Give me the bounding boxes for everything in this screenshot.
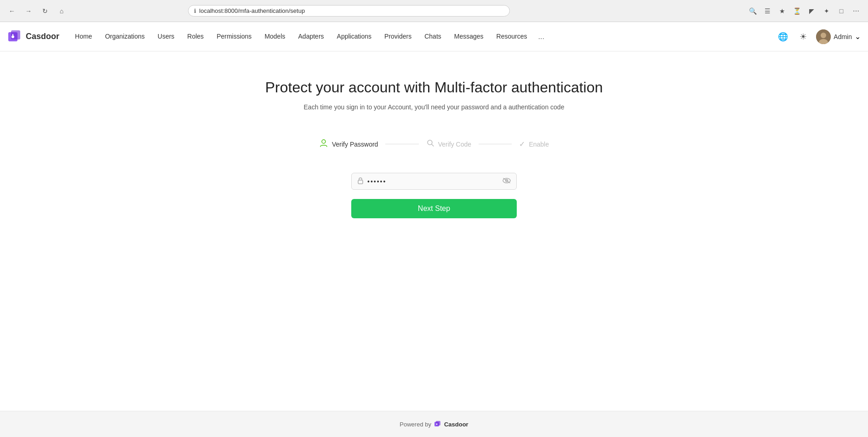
browser-chrome: ← → ↻ ⌂ ℹ localhost:8000/mfa-authenticat… — [0, 0, 868, 22]
nav-adapters[interactable]: Adapters — [292, 22, 331, 51]
step-verify-password: Verify Password — [319, 138, 378, 150]
footer-brand-text: Casdoor — [444, 421, 468, 428]
app-logo[interactable]: Casdoor — [7, 29, 59, 44]
nav-roles[interactable]: Roles — [181, 22, 210, 51]
nav-users[interactable]: Users — [151, 22, 181, 51]
nav-home[interactable]: Home — [69, 22, 98, 51]
verify-password-icon — [319, 138, 328, 150]
timer-btn[interactable]: ⏳ — [791, 5, 804, 17]
url-text: localhost:8000/mfa-authentication/setup — [199, 7, 305, 14]
read-mode-btn[interactable]: ☰ — [761, 5, 774, 17]
split-btn[interactable]: ◤ — [805, 5, 818, 17]
forward-button[interactable]: → — [22, 5, 35, 17]
back-button[interactable]: ← — [6, 5, 18, 17]
nav-more[interactable]: ... — [534, 22, 549, 51]
enable-icon: ✓ — [519, 140, 525, 148]
step-enable: ✓ Enable — [519, 140, 549, 148]
favorites-btn[interactable]: ★ — [776, 5, 789, 17]
nav-organizations[interactable]: Organizations — [98, 22, 151, 51]
footer-logo-icon — [434, 420, 441, 428]
password-input[interactable] — [367, 178, 499, 185]
more-btn[interactable]: ⋯ — [850, 5, 862, 17]
step-divider-2 — [479, 144, 512, 144]
step-divider-1 — [385, 144, 418, 144]
svg-point-15 — [436, 424, 437, 425]
info-icon: ℹ — [194, 8, 196, 14]
eye-icon[interactable] — [503, 177, 511, 185]
page-subtitle: Each time you sign in to your Account, y… — [304, 103, 565, 111]
language-btn[interactable]: 🌐 — [776, 29, 790, 44]
star-btn[interactable]: ✦ — [820, 5, 833, 17]
step-enable-label: Enable — [529, 141, 549, 148]
step-verify-password-label: Verify Password — [332, 141, 378, 148]
svg-line-8 — [432, 144, 434, 146]
refresh-button[interactable]: ↻ — [39, 5, 51, 17]
ext-btn[interactable]: □ — [835, 5, 848, 17]
nav-right: 🌐 ☀ Admin ⌄ — [776, 29, 861, 44]
nav-permissions[interactable]: Permissions — [210, 22, 258, 51]
password-input-wrapper — [351, 173, 517, 190]
theme-btn[interactable]: ☀ — [796, 29, 811, 44]
svg-rect-14 — [436, 421, 440, 426]
svg-point-6 — [322, 140, 326, 143]
user-avatar — [816, 29, 831, 44]
page-title: Protect your account with Multi-factor a… — [265, 79, 603, 96]
address-bar[interactable]: ℹ localhost:8000/mfa-authentication/setu… — [188, 5, 510, 17]
nav-providers[interactable]: Providers — [378, 22, 418, 51]
powered-by-text: Powered by — [400, 421, 431, 428]
svg-point-4 — [821, 33, 826, 38]
search-toolbar-btn[interactable]: 🔍 — [747, 5, 760, 17]
nav-messages[interactable]: Messages — [448, 22, 490, 51]
user-info[interactable]: Admin ⌄ — [816, 29, 861, 44]
verify-code-icon — [426, 139, 434, 149]
footer: Powered by Casdoor — [0, 411, 868, 437]
user-dropdown-icon: ⌄ — [855, 32, 861, 41]
nav-models[interactable]: Models — [258, 22, 291, 51]
form-container: Next Step — [351, 173, 517, 218]
steps-container: Verify Password Verify Code ✓ Enable — [319, 138, 549, 150]
svg-rect-9 — [358, 180, 363, 184]
main-content: Protect your account with Multi-factor a… — [0, 51, 868, 411]
step-verify-code-label: Verify Code — [438, 141, 471, 148]
nav-applications[interactable]: Applications — [331, 22, 378, 51]
logo-text: Casdoor — [26, 32, 59, 41]
user-name: Admin — [834, 33, 852, 40]
nav-chats[interactable]: Chats — [418, 22, 448, 51]
casdoor-logo-icon — [7, 29, 22, 44]
nav-items: Home Organizations Users Roles Permissio… — [69, 22, 776, 51]
svg-point-2 — [11, 35, 14, 38]
app-nav: Casdoor Home Organizations Users Roles P… — [0, 22, 868, 51]
browser-toolbar-right: 🔍 ☰ ★ ⏳ ◤ ✦ □ ⋯ — [747, 5, 862, 17]
nav-resources[interactable]: Resources — [490, 22, 534, 51]
next-step-button[interactable]: Next Step — [351, 199, 517, 218]
lock-icon — [357, 177, 364, 186]
step-verify-code: Verify Code — [426, 139, 471, 149]
home-button[interactable]: ⌂ — [55, 5, 68, 17]
